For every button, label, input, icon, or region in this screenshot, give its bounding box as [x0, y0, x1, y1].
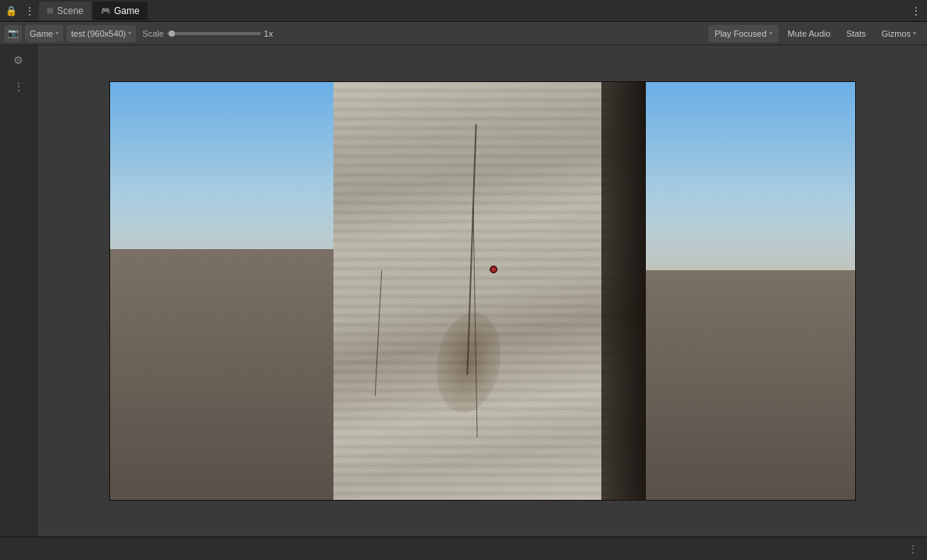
camera-icon-button[interactable]: 📷: [5, 25, 22, 42]
game-toolbar: 📷 Game ▾ test (960x540) ▾ Scale 1x Play …: [0, 22, 927, 45]
stats-button[interactable]: Stats: [840, 25, 872, 42]
game-tab-label: Game: [114, 5, 140, 16]
tab-overflow-icon: ⋮: [911, 5, 921, 16]
resolution-label: test (960x540): [71, 29, 126, 38]
status-bar: ⋮: [0, 537, 927, 560]
more-vert-icon: ⋮: [25, 5, 34, 16]
scale-slider-container: 1x: [167, 29, 276, 38]
resolution-dropdown[interactable]: test (960x540) ▾: [66, 25, 136, 42]
scale-slider[interactable]: [167, 32, 261, 35]
scale-value: 1x: [264, 29, 276, 38]
left-panel-more-icon: ⋮: [13, 80, 24, 93]
game-canvas: [109, 81, 856, 501]
status-more-icon: ⋮: [908, 544, 918, 555]
mute-audio-label: Mute Audio: [788, 29, 831, 38]
view-label: Game: [30, 29, 53, 38]
left-panel-icon-settings: ⚙: [13, 54, 23, 66]
game-tab-icon: 🎮: [101, 6, 110, 15]
stats-label: Stats: [847, 29, 866, 38]
lock-icon: 🔒: [5, 5, 17, 16]
tab-bar: 🔒 ⋮ ⊞ Scene 🎮 Game ⋮: [0, 0, 927, 22]
view-dropdown[interactable]: Game ▾: [25, 25, 63, 42]
gizmos-button[interactable]: Gizmos ▾: [875, 25, 922, 42]
wood-shadow-right: [601, 82, 646, 500]
mute-audio-button[interactable]: Mute Audio: [782, 25, 837, 42]
scene-tab-icon: ⊞: [47, 6, 53, 15]
status-bar-more-button[interactable]: ⋮: [905, 541, 921, 557]
resolution-chevron-icon: ▾: [128, 30, 131, 37]
left-panel-icon-top[interactable]: ⚙: [7, 48, 30, 72]
scale-slider-thumb: [169, 30, 175, 37]
left-panel: ⚙ ⋮: [0, 45, 37, 537]
tab-bar-more-button[interactable]: ⋮: [22, 3, 37, 19]
tab-game[interactable]: 🎮 Game: [93, 2, 148, 20]
gizmos-chevron-icon: ▾: [913, 30, 916, 37]
main-area: ⚙ ⋮: [0, 45, 927, 537]
lock-button[interactable]: 🔒: [3, 3, 19, 19]
play-focused-chevron-icon: ▾: [769, 30, 772, 37]
view-chevron-icon: ▾: [55, 30, 59, 37]
play-focused-button[interactable]: Play Focused ▾: [708, 25, 779, 42]
left-panel-icon-more[interactable]: ⋮: [7, 75, 30, 98]
ground-left: [110, 249, 371, 500]
tab-overflow-button[interactable]: ⋮: [908, 3, 924, 19]
scene-tab-label: Scene: [57, 5, 84, 16]
tab-scene[interactable]: ⊞ Scene: [39, 2, 91, 20]
scale-label: Scale: [142, 29, 164, 38]
viewport-area[interactable]: [37, 45, 927, 537]
camera-icon: 📷: [8, 28, 19, 38]
gizmos-label: Gizmos: [882, 29, 911, 38]
play-focused-label: Play Focused: [715, 29, 767, 38]
